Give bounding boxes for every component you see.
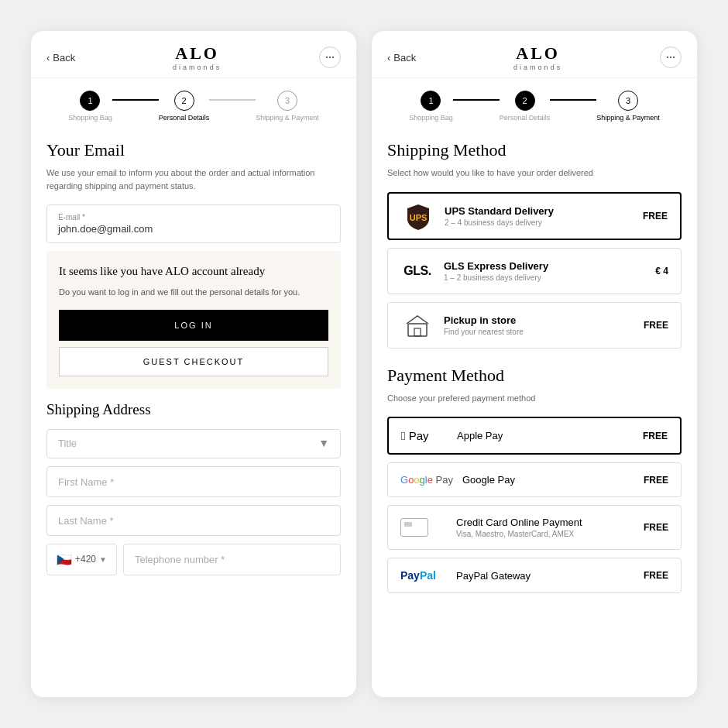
step-circle-1-left: 1 bbox=[80, 91, 100, 111]
logo-left: ALO diamonds bbox=[173, 43, 221, 71]
shipping-address-title: Shipping Address bbox=[46, 401, 341, 418]
cc-price: FREE bbox=[644, 522, 668, 533]
store-svg bbox=[405, 313, 430, 338]
step-circle-3-left: 3 bbox=[277, 91, 297, 111]
telephone-placeholder: Telephone number * bbox=[135, 554, 225, 565]
email-label: E-mail * bbox=[58, 213, 329, 221]
content-left: Your Email We use your email to inform y… bbox=[31, 128, 356, 697]
credit-card-option[interactable]: Credit Card Online Payment Visa, Maestro… bbox=[387, 505, 682, 550]
gls-desc: 1 – 2 business days delivery bbox=[444, 273, 646, 282]
store-info: Pickup in store Find your nearest store bbox=[444, 314, 634, 336]
step-label-2-left: Personal Details bbox=[159, 114, 210, 122]
steps-right: 1 Shopping Bag 2 Personal Details 3 Ship… bbox=[372, 78, 697, 128]
email-section-subtitle: We use your email to inform you about th… bbox=[46, 167, 341, 192]
store-name: Pickup in store bbox=[444, 314, 634, 326]
step-1-left: 1 Shopping Bag bbox=[68, 91, 112, 122]
gls-shipping-option[interactable]: GLS. GLS Express Delivery 1 – 2 business… bbox=[387, 248, 682, 294]
telephone-input[interactable]: Telephone number * bbox=[123, 544, 341, 575]
ups-name: UPS Standard Delivery bbox=[445, 205, 634, 217]
flag-emoji: 🇨🇿 bbox=[57, 552, 72, 567]
apple-pay-label: Apple Pay bbox=[457, 430, 634, 441]
divider-1 bbox=[387, 356, 682, 366]
cc-sub: Visa, Maestro, MasterCard, AMEX bbox=[456, 530, 634, 538]
back-label-left: Back bbox=[53, 52, 75, 64]
cc-label: Credit Card Online Payment bbox=[456, 517, 634, 528]
connector-2-left bbox=[209, 99, 256, 101]
paypal-price: FREE bbox=[644, 570, 668, 581]
chat-icon-left[interactable]: ⋯ bbox=[319, 46, 341, 68]
first-name-field[interactable]: First Name * bbox=[46, 466, 341, 497]
back-label-right: Back bbox=[393, 52, 416, 64]
guest-checkout-button[interactable]: GUEST CHECKOUT bbox=[59, 347, 328, 376]
last-name-placeholder: Last Name * bbox=[58, 515, 114, 527]
step-label-2-right: Personal Details bbox=[500, 114, 551, 122]
logo-right: ALO diamonds bbox=[513, 43, 562, 71]
svg-rect-2 bbox=[414, 328, 421, 336]
gls-info: GLS Express Delivery 1 – 2 business days… bbox=[444, 260, 646, 282]
ups-shield-svg: UPS bbox=[404, 202, 432, 230]
step-1-right: 1 Shopping Bag bbox=[409, 91, 453, 122]
alo-box-text: Do you want to log in and we fill out th… bbox=[59, 286, 328, 299]
header-right: ‹ Back ALO diamonds ⋯ bbox=[372, 31, 697, 78]
login-button[interactable]: LOG IN bbox=[59, 310, 328, 341]
svg-text:UPS: UPS bbox=[410, 213, 428, 222]
step-label-3-left: Shipping & Payment bbox=[256, 114, 319, 122]
back-button-left[interactable]: ‹ Back bbox=[46, 52, 75, 64]
step-circle-2-left: 2 bbox=[174, 91, 194, 111]
apple-pay-logo:  Pay bbox=[401, 429, 448, 442]
right-panel: ‹ Back ALO diamonds ⋯ 1 Shopping Bag 2 P… bbox=[372, 31, 697, 697]
gls-name: GLS Express Delivery bbox=[444, 260, 646, 272]
email-value: john.doe@gmail.com bbox=[58, 223, 329, 235]
ups-shipping-option[interactable]: UPS UPS Standard Delivery 2 – 4 business… bbox=[387, 192, 682, 240]
step-2-left: 2 Personal Details bbox=[159, 91, 210, 122]
paypal-label: PayPal Gateway bbox=[456, 570, 634, 582]
chat-icon-right[interactable]: ⋯ bbox=[660, 46, 682, 68]
logo-main-left: ALO bbox=[173, 43, 221, 64]
google-pay-price: FREE bbox=[644, 475, 668, 486]
step-label-1-left: Shopping Bag bbox=[68, 114, 112, 122]
payment-method-subtitle: Choose your prefered payment method bbox=[387, 392, 682, 405]
ups-desc: 2 – 4 business days delivery bbox=[445, 218, 634, 227]
phone-flag-selector[interactable]: 🇨🇿 +420 ▼ bbox=[46, 544, 117, 575]
shipping-method-subtitle: Select how would you like to have your o… bbox=[387, 167, 682, 180]
step-label-3-right: Shipping & Payment bbox=[596, 114, 660, 122]
store-desc: Find your nearest store bbox=[444, 328, 634, 336]
alo-account-box: It seems like you have ALO account alrea… bbox=[46, 251, 341, 389]
title-placeholder: Title bbox=[58, 438, 77, 449]
step-circle-3-right: 3 bbox=[618, 91, 638, 111]
step-circle-1-right: 1 bbox=[421, 91, 441, 111]
back-arrow-icon: ‹ bbox=[46, 52, 50, 64]
first-name-placeholder: First Name * bbox=[58, 476, 114, 488]
logo-main-right: ALO bbox=[513, 43, 562, 64]
shipping-method-title: Shipping Method bbox=[387, 140, 682, 160]
back-button-right[interactable]: ‹ Back bbox=[387, 52, 416, 64]
ups-price: FREE bbox=[643, 211, 668, 221]
store-price: FREE bbox=[644, 320, 668, 331]
last-name-field[interactable]: Last Name * bbox=[46, 505, 341, 536]
email-field-container[interactable]: E-mail * john.doe@gmail.com bbox=[46, 204, 341, 243]
step-2-right: 2 Personal Details bbox=[500, 91, 551, 122]
credit-card-icon bbox=[400, 518, 428, 537]
back-arrow-icon-right: ‹ bbox=[387, 52, 390, 64]
store-pickup-option[interactable]: Pickup in store Find your nearest store … bbox=[387, 302, 682, 349]
left-panel: ‹ Back ALO diamonds ⋯ 1 Shopping Bag 2 P… bbox=[31, 31, 356, 697]
svg-rect-1 bbox=[408, 324, 427, 336]
google-pay-option[interactable]: Google Pay Google Pay FREE bbox=[387, 462, 682, 497]
title-dropdown-arrow: ▼ bbox=[318, 438, 329, 450]
ups-info: UPS Standard Delivery 2 – 4 business day… bbox=[445, 205, 634, 227]
title-field[interactable]: Title ▼ bbox=[46, 429, 341, 458]
gls-logo: GLS. bbox=[400, 259, 434, 283]
phone-code: +420 bbox=[75, 554, 96, 565]
logo-sub-right: diamonds bbox=[513, 64, 562, 71]
ups-logo: UPS bbox=[401, 204, 435, 228]
paypal-option[interactable]: PayPal PayPal Gateway FREE bbox=[387, 558, 682, 593]
connector-2-right bbox=[550, 99, 596, 101]
step-3-right: 3 Shipping & Payment bbox=[596, 91, 660, 122]
step-circle-2-right: 2 bbox=[515, 91, 535, 111]
gls-price: € 4 bbox=[655, 266, 668, 276]
alo-box-title: It seems like you have ALO account alrea… bbox=[59, 263, 328, 280]
steps-left: 1 Shopping Bag 2 Personal Details 3 Ship… bbox=[31, 78, 356, 128]
apple-pay-option[interactable]:  Pay Apple Pay FREE bbox=[387, 417, 682, 455]
payment-method-title: Payment Method bbox=[387, 366, 682, 386]
logo-sub-left: diamonds bbox=[173, 64, 221, 71]
